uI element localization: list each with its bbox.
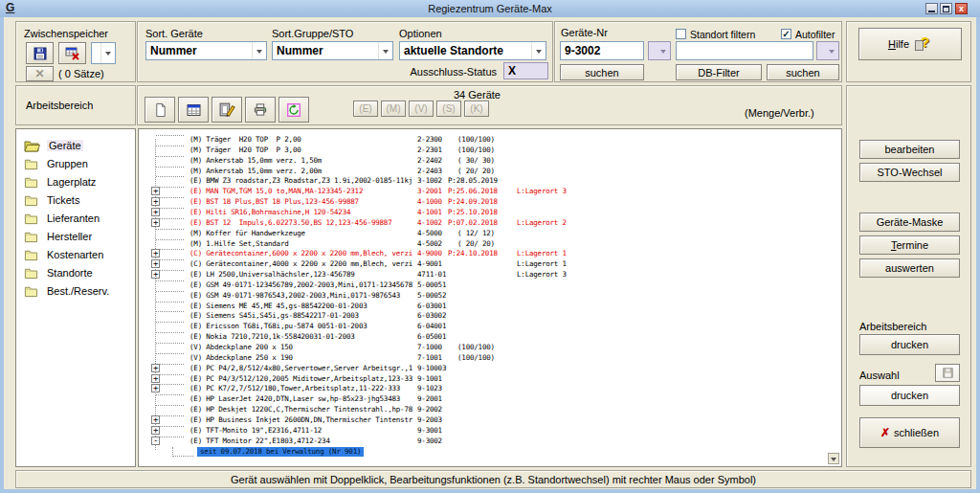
geraete-nr-input[interactable]: 9-3002 <box>560 41 644 60</box>
expand-icon[interactable]: + <box>151 208 160 216</box>
chevron-down-icon[interactable] <box>824 42 838 59</box>
edit-device-button[interactable] <box>212 97 242 123</box>
schliessen-button[interactable]: ✗ schließen <box>859 417 960 448</box>
workspace-item-best-reserv-[interactable]: Best./Reserv. <box>17 281 134 300</box>
device-row[interactable]: -(E) TFT Monitor 22",E1803,4712-2349-300… <box>140 436 827 446</box>
expand-icon[interactable]: + <box>151 249 160 258</box>
bearbeiten-button[interactable]: bearbeiten <box>859 140 960 159</box>
ausschluss-status-field[interactable]: X <box>503 62 548 79</box>
print-button[interactable] <box>245 97 276 123</box>
filter-S-button[interactable]: (S) <box>436 101 461 117</box>
scroll-down-button[interactable] <box>828 453 839 464</box>
arbeitsbereich-drucken-button[interactable]: drucken <box>859 334 960 355</box>
chevron-down-icon[interactable] <box>378 42 392 59</box>
clipboard-remove-button[interactable] <box>58 42 86 64</box>
workspace-item-tickets[interactable]: Tickets <box>17 190 134 209</box>
filter-M-button[interactable]: (M) <box>381 101 406 117</box>
device-row[interactable]: (E) HP LaserJet 2420,DTN,Laser sw,hp-85x… <box>140 393 827 404</box>
device-row[interactable]: (E) Nokia 7210,7210,1k-558420031-01-2003… <box>140 331 827 342</box>
device-row[interactable]: (M) Koffer für Handwerkzeuge4-5000( 12/ … <box>140 228 827 238</box>
refresh-button[interactable] <box>278 97 309 123</box>
device-row[interactable]: +(C) Gerätecontainer,4000 x 2200 x 2200 … <box>140 258 827 269</box>
expand-icon[interactable]: + <box>151 384 160 392</box>
close-button[interactable]: x <box>955 3 968 14</box>
filter-K-button[interactable]: (K) <box>464 101 489 117</box>
device-row[interactable]: +(E) MAN TGM,TGM 15,0 to,MAN,MA-123345-2… <box>140 186 827 196</box>
device-row[interactable]: (M) 1.Hilfe Set,Standard4-5002( 20/ 20) <box>140 238 827 249</box>
device-row[interactable]: +(C) Gerätecontainer,6000 x 2200 x 2200 … <box>140 248 827 258</box>
expand-icon[interactable]: + <box>151 415 160 424</box>
device-row[interactable]: +(E) PC P4/3/512/120,2005 Miditower,Arbe… <box>140 373 827 384</box>
workspace-item-gruppen[interactable]: Gruppen <box>17 154 134 172</box>
workspace-item-lagerplatz[interactable]: Lagerplatz <box>17 172 134 190</box>
workspace-item-kostenarten[interactable]: Kostenarten <box>17 245 134 263</box>
filter-V-button[interactable]: (V) <box>409 101 434 117</box>
expand-icon[interactable]: + <box>151 259 160 268</box>
collapse-icon[interactable]: - <box>151 437 160 445</box>
expand-icon[interactable]: + <box>151 364 160 372</box>
autofilter-checkbox[interactable] <box>781 29 791 39</box>
device-status-row[interactable]: seit 09.07.2018 bei Verwaltung (Nr 901) <box>140 446 827 457</box>
device-row[interactable]: +(E) BST 18 Plus,BST 18 Plus,123-456-998… <box>140 196 827 207</box>
chevron-down-icon[interactable] <box>531 42 546 59</box>
hilfe-button[interactable]: Hilfe ? <box>858 28 962 60</box>
clipboard-combobox[interactable] <box>91 42 116 64</box>
optionen-combobox[interactable]: aktuelle Standorte <box>399 41 546 60</box>
clipboard-clear-button[interactable]: ✕ <box>26 66 54 81</box>
minimize-button[interactable] <box>925 3 938 14</box>
device-row[interactable]: (E) BMW Z3 roadstar,Z3 Roadstar,Z3 1.9i,… <box>140 175 827 186</box>
device-row[interactable]: +(E) LH 2500,Universalhächsler,123-45678… <box>140 269 827 280</box>
sort-geraete-combobox[interactable]: Nummer <box>145 41 267 60</box>
chevron-down-icon[interactable] <box>656 42 670 59</box>
device-row[interactable]: (M) Träger H20 TOP P 2,002-2300(100/100) <box>140 134 827 145</box>
device-status-text[interactable]: seit 09.07.2018 bei Verwaltung (Nr 901) <box>197 447 364 457</box>
device-row[interactable]: (E) GSM 49-0171-123456789,2002-2003,Mini… <box>140 280 827 290</box>
expand-icon[interactable]: + <box>151 187 160 195</box>
chevron-down-icon[interactable] <box>100 43 115 63</box>
chevron-down-icon[interactable] <box>252 42 266 59</box>
device-row[interactable]: (E) Siemens S45i,S45i,gs-88542217-01-200… <box>140 310 827 321</box>
device-row[interactable]: +(E) BST 12 Impuls,6.02273.50,BS 12,123-… <box>140 217 827 228</box>
device-row[interactable]: +(E) Hilti SR16,Bohrmaschine,H 120-54234… <box>140 207 827 217</box>
expand-icon[interactable]: + <box>151 374 160 383</box>
workspace-item-ger-te[interactable]: Geräte <box>17 136 134 154</box>
workspace-item-standorte[interactable]: Standorte <box>17 263 134 281</box>
filter-E-button[interactable]: (E) <box>353 101 378 117</box>
workspace-item-lieferanten[interactable]: Lieferanten <box>17 209 134 227</box>
new-document-button[interactable] <box>145 97 175 123</box>
sort-gruppe-combobox[interactable]: Nummer <box>272 41 393 60</box>
device-row[interactable]: +(E) HP Business Inkjet 2600DN,DN,Thermi… <box>140 415 827 425</box>
sto-wechsel-button[interactable]: STO-Wechsel <box>859 163 960 182</box>
expand-icon[interactable]: + <box>151 426 160 435</box>
filter-combobox[interactable] <box>816 41 839 60</box>
geraete-maske-button[interactable]: Geräte-Maske <box>859 213 960 232</box>
expand-icon[interactable]: + <box>151 218 160 227</box>
device-row[interactable]: (E) Siemens ME 45,ME 45,gs-88542200-01-2… <box>140 301 827 311</box>
auswahl-drucken-button[interactable]: drucken <box>859 385 960 406</box>
maximize-button[interactable] <box>940 3 952 14</box>
filter-input[interactable] <box>676 41 813 60</box>
device-row[interactable]: (M) Träger H20 TOP P 3,002-2301(100/100) <box>140 145 827 155</box>
clipboard-save-button[interactable] <box>26 42 54 64</box>
device-row[interactable]: (E) GSM 49-0171-9876543,2002-2003,Mini,0… <box>140 290 827 301</box>
expand-icon[interactable]: + <box>151 270 160 279</box>
auswerten-button[interactable]: auswerten <box>859 258 960 278</box>
device-row[interactable]: (E) Ericsson T68i,T68i,pu-5874 0051-01-2… <box>140 321 827 331</box>
geraete-nr-combobox[interactable] <box>648 41 671 60</box>
termine-button[interactable]: Termine <box>859 235 960 255</box>
device-row[interactable]: (V) Abdeckplane 250 x 1907-1001(100/100) <box>140 352 827 363</box>
workspace-item-hersteller[interactable]: Hersteller <box>17 227 134 245</box>
device-row[interactable]: +(E) PC P4/2,8/512/4x80,Servertower,Serv… <box>140 363 827 373</box>
device-row[interactable]: (M) Ankerstab 15,0mm verz. 2,00m2-2403( … <box>140 166 827 176</box>
suchen-right-button[interactable]: suchen <box>767 64 839 80</box>
device-row[interactable]: +(E) TFT-Monito 19",E2316,4711-129-3001 <box>140 425 827 436</box>
device-row[interactable]: (E) HP Deskjet 1220C,C,Thermischer Tinte… <box>140 404 827 415</box>
expand-icon[interactable]: + <box>151 197 160 206</box>
db-filter-button[interactable]: DB-Filter <box>676 64 762 80</box>
device-row[interactable]: (M) Ankerstab 15,0mm verz. 1,50m2-2402( … <box>140 155 827 166</box>
auswahl-save-button[interactable] <box>935 364 960 382</box>
device-table-button[interactable] <box>178 97 209 123</box>
suchen-left-button[interactable]: suchen <box>560 64 644 80</box>
device-row[interactable]: (V) Abdeckplane 200 x 1507-1000(100/100) <box>140 342 827 352</box>
standort-filtern-checkbox[interactable] <box>676 29 686 39</box>
